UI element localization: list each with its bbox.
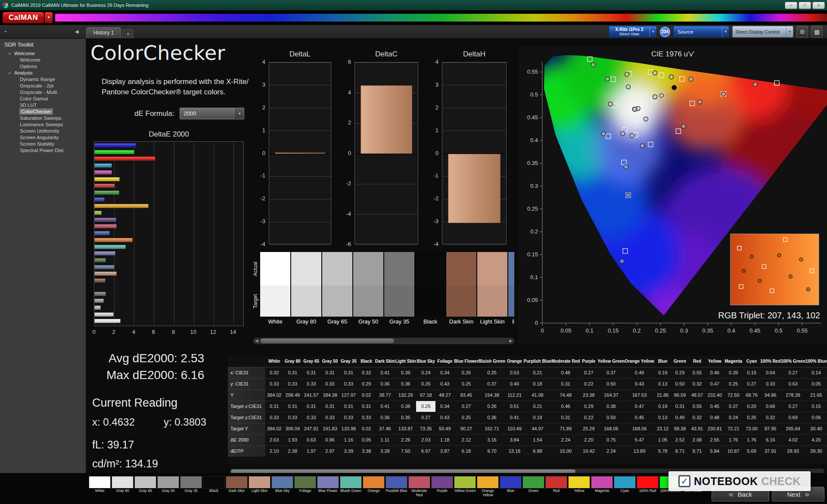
value-cell[interactable]: 0.27 (580, 367, 597, 378)
value-cell[interactable]: 0.37 (724, 401, 743, 412)
value-cell[interactable]: 37.91 (760, 445, 781, 457)
value-cell[interactable]: 4.20 (805, 434, 827, 445)
value-cell[interactable]: 0.31 (358, 401, 375, 412)
value-cell[interactable]: 184.38 (320, 389, 339, 401)
value-cell[interactable]: 0.27 (781, 401, 805, 412)
swatch-scrollbar-thumb[interactable] (261, 339, 394, 343)
value-cell[interactable]: 44.97 (524, 423, 551, 434)
value-cell[interactable]: 168.06 (597, 423, 625, 434)
value-cell[interactable]: 1.11 (375, 434, 395, 445)
value-cell[interactable]: 265.64 (781, 423, 805, 434)
sidebar-item-3d-lut[interactable]: 3D LUT (0, 102, 86, 109)
sidebar-item-screen-uniformity[interactable]: Screen Uniformity (0, 128, 86, 134)
value-cell[interactable]: 0.25 (454, 412, 479, 423)
value-cell[interactable]: 0.31 (339, 367, 358, 378)
value-cell[interactable]: 0.32 (689, 378, 706, 389)
value-cell[interactable]: 0.06 (805, 412, 827, 423)
value-cell[interactable]: 0.33 (283, 378, 302, 389)
value-cell[interactable]: 0.47 (625, 401, 654, 412)
value-cell[interactable]: 0.45 (625, 412, 654, 423)
value-cell[interactable]: 0.36 (375, 412, 395, 423)
sidebar-item-screen-angularity[interactable]: Screen Angularity (0, 134, 86, 141)
value-cell[interactable]: 4.02 (781, 434, 805, 445)
add-tab-button[interactable]: + (122, 29, 134, 38)
value-cell[interactable]: 0.19 (654, 367, 672, 378)
value-cell[interactable]: 0.64 (760, 367, 781, 378)
value-cell[interactable]: 50.49 (435, 423, 454, 434)
value-cell[interactable]: 0.31 (551, 378, 580, 389)
value-cell[interactable]: 73.00 (743, 423, 760, 434)
sidebar-item-dynamic-range[interactable]: Dynamic Range (0, 76, 86, 83)
value-cell[interactable]: 38.77 (375, 389, 395, 401)
value-cell[interactable]: 0.50 (597, 378, 625, 389)
value-cell[interactable]: 5.84 (706, 445, 724, 457)
value-cell[interactable]: 8.71 (671, 445, 688, 457)
value-cell[interactable]: 43.91 (689, 423, 706, 434)
value-cell[interactable]: 0.41 (375, 367, 395, 378)
value-cell[interactable]: 0.63 (302, 434, 320, 445)
sidebar-item-screen-stability[interactable]: Screen Stability (0, 141, 86, 147)
sidebar-section-analysis[interactable]: ▾Analysis (0, 70, 86, 76)
value-cell[interactable]: 0.21 (524, 367, 551, 378)
value-cell[interactable]: 0.53 (505, 367, 524, 378)
meter-count-badge[interactable]: 234 (660, 27, 670, 37)
value-cell[interactable]: 0.27 (781, 367, 805, 378)
value-cell[interactable]: 41.08 (524, 389, 551, 401)
value-cell[interactable]: 0.36 (395, 378, 416, 389)
value-cell[interactable]: 110.49 (505, 423, 524, 434)
value-cell[interactable]: 0.13 (654, 412, 672, 423)
value-cell[interactable]: 1.05 (654, 434, 672, 445)
value-cell[interactable]: 13.18 (505, 445, 524, 457)
value-cell[interactable]: 0.33 (339, 412, 358, 423)
display-control-dropdown[interactable]: Direct Display Control ▼ (732, 26, 793, 37)
value-cell[interactable]: 3.16 (479, 434, 505, 445)
sidebar-item-welcome[interactable]: Welcome (0, 57, 86, 63)
value-cell[interactable]: 72.50 (724, 389, 743, 401)
value-cell[interactable]: 1.97 (302, 445, 320, 457)
value-cell[interactable]: 3.28 (375, 445, 395, 457)
value-cell[interactable]: 306.04 (283, 423, 302, 434)
value-cell[interactable]: 0.33 (320, 378, 339, 389)
value-cell[interactable]: 0.27 (743, 378, 760, 389)
value-cell[interactable]: 10.42 (580, 445, 597, 457)
value-cell[interactable]: 0.26 (479, 401, 505, 412)
value-cell[interactable]: 0.36 (375, 378, 395, 389)
value-cell[interactable]: 0.25 (724, 378, 743, 389)
value-cell[interactable]: 0.31 (671, 401, 688, 412)
value-cell[interactable]: 0.14 (805, 367, 827, 378)
value-cell[interactable]: 384.02 (265, 389, 283, 401)
value-cell[interactable]: 0.32 (265, 367, 283, 378)
value-cell[interactable]: 6.18 (454, 445, 479, 457)
value-cell[interactable]: 0.48 (706, 412, 724, 423)
value-cell[interactable]: 7.50 (395, 445, 416, 457)
value-cell[interactable]: 2.55 (706, 434, 724, 445)
value-cell[interactable]: 2.03 (416, 434, 436, 445)
swatch-scrollbar[interactable]: ◀ ▶ (253, 338, 514, 344)
value-cell[interactable]: 0.32 (358, 367, 375, 378)
value-cell[interactable]: 2.63 (265, 434, 283, 445)
value-cell[interactable]: 1.76 (743, 434, 760, 445)
value-cell[interactable]: 0.19 (654, 401, 672, 412)
value-cell[interactable]: 0.19 (743, 367, 760, 378)
value-cell[interactable]: 6.88 (524, 445, 551, 457)
value-cell[interactable]: 0.15 (805, 401, 827, 412)
value-cell[interactable]: 0.41 (505, 412, 524, 423)
value-cell[interactable]: 0.47 (706, 378, 724, 389)
value-cell[interactable]: 0.02 (358, 389, 375, 401)
value-cell[interactable]: 132.29 (395, 389, 416, 401)
value-cell[interactable]: 1.54 (524, 434, 551, 445)
value-cell[interactable]: 0.31 (302, 401, 320, 412)
value-cell[interactable]: 1.76 (724, 434, 743, 445)
value-cell[interactable]: 48.57 (689, 389, 706, 401)
value-cell[interactable]: 0.24 (724, 412, 743, 423)
value-cell[interactable]: 0.34 (435, 367, 454, 378)
value-cell[interactable]: 2.97 (320, 445, 339, 457)
value-cell[interactable]: 0.46 (551, 401, 580, 412)
value-cell[interactable]: 2.52 (671, 434, 688, 445)
maximize-button[interactable]: □ (799, 2, 811, 9)
value-cell[interactable]: 2.12 (454, 434, 479, 445)
value-cell[interactable]: 0.33 (302, 412, 320, 423)
value-cell[interactable]: 0.29 (671, 367, 688, 378)
sidebar-item-colorchecker[interactable]: ColorChecker (0, 109, 86, 115)
value-cell[interactable]: 0.31 (265, 401, 283, 412)
